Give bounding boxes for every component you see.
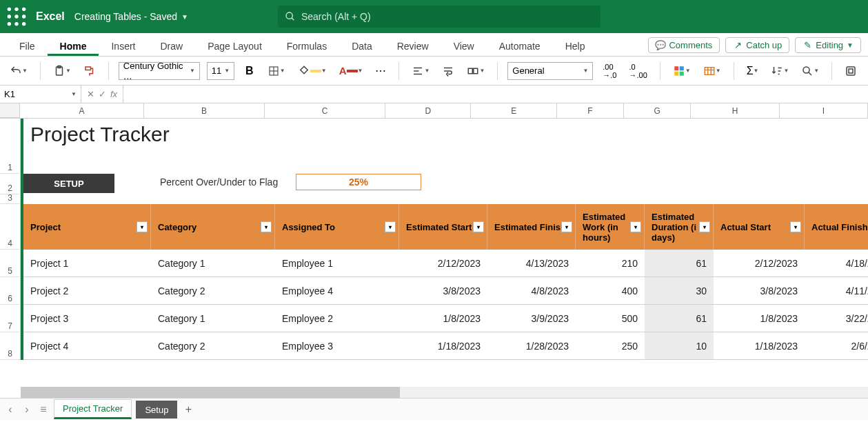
tab-draw[interactable]: Draw <box>148 36 195 56</box>
conditional-format-button[interactable]: ▼ <box>670 61 694 81</box>
tab-insert[interactable]: Insert <box>99 36 148 56</box>
sheet-tab-setup[interactable]: Setup <box>136 401 177 419</box>
cancel-icon[interactable]: ✕ <box>87 89 94 99</box>
editing-button[interactable]: ✎Editing▼ <box>795 37 861 53</box>
fill-color-button[interactable]: ▼ <box>295 61 330 81</box>
filter-icon[interactable]: ▾ <box>137 221 148 232</box>
col-header-d[interactable]: D <box>385 103 471 118</box>
cell-category[interactable]: Category 2 <box>151 332 275 360</box>
sheet-prev-icon[interactable]: ‹ <box>4 403 17 416</box>
sheet-tab-project-tracker[interactable]: Project Tracker <box>54 399 132 419</box>
col-header-i[interactable]: I <box>780 103 868 118</box>
cell-est-finish[interactable]: 3/9/2023 <box>487 305 576 332</box>
col-header-f[interactable]: F <box>557 103 624 118</box>
cell-est-start[interactable]: 1/8/2023 <box>399 305 487 332</box>
cell-project[interactable]: Project 4 <box>23 332 151 360</box>
cell-dur[interactable]: 10 <box>645 332 714 360</box>
cell-est-start[interactable]: 3/8/2023 <box>399 277 487 305</box>
tab-review[interactable]: Review <box>385 36 441 56</box>
align-button[interactable]: ▼ <box>409 61 432 81</box>
filter-icon[interactable]: ▾ <box>699 221 710 232</box>
name-box[interactable]: K1▼ <box>0 85 81 103</box>
th-act-start[interactable]: Actual Start▾ <box>714 204 805 250</box>
cell-assigned[interactable]: Employee 1 <box>275 250 399 277</box>
tab-file[interactable]: File <box>7 36 48 56</box>
cell-project[interactable]: Project 3 <box>23 305 151 332</box>
cell-project[interactable]: Project 1 <box>23 250 151 277</box>
addins-button[interactable] <box>842 61 860 81</box>
table-row[interactable]: Project 1 Category 1 Employee 1 2/12/202… <box>23 250 868 277</box>
row-header-8[interactable]: 8 <box>0 332 21 360</box>
bold-button[interactable]: B <box>241 61 258 81</box>
cell-est-finish[interactable]: 1/28/2023 <box>487 332 576 360</box>
table-row[interactable]: Project 4 Category 2 Employee 3 1/18/202… <box>23 332 868 360</box>
font-size-combo[interactable]: 11▼ <box>207 62 234 80</box>
cell-category[interactable]: Category 1 <box>151 305 275 332</box>
cell-act-finish[interactable]: 3/22/2023 <box>805 305 868 332</box>
cell-work[interactable]: 250 <box>576 332 645 360</box>
increase-decimal-button[interactable]: .00→.0 <box>600 61 619 81</box>
document-name[interactable]: Creating Tables - Saved ▼ <box>74 11 188 22</box>
undo-button[interactable]: ▼ <box>7 61 30 81</box>
sheet-list-icon[interactable]: ≡ <box>37 403 50 416</box>
tab-home[interactable]: Home <box>48 36 99 56</box>
cell-dur[interactable]: 61 <box>645 305 714 332</box>
th-act-finish[interactable]: Actual Finish▾ <box>805 204 868 250</box>
select-all-corner[interactable] <box>0 103 20 118</box>
cell-assigned[interactable]: Employee 3 <box>275 332 399 360</box>
row-header-2[interactable]: 2 <box>0 174 21 194</box>
app-name[interactable]: Excel <box>36 10 65 23</box>
fx-icon[interactable]: fx <box>110 89 117 99</box>
tab-formulas[interactable]: Formulas <box>274 36 339 56</box>
th-project[interactable]: Project▾ <box>23 204 151 250</box>
row-header-3[interactable]: 3 <box>0 194 21 204</box>
decrease-decimal-button[interactable]: .0→.00 <box>626 61 649 81</box>
format-table-button[interactable]: ▼ <box>700 61 724 81</box>
row-header-4[interactable]: 4 <box>0 204 21 250</box>
tab-help[interactable]: Help <box>553 36 598 56</box>
wrap-text-button[interactable] <box>439 61 457 81</box>
more-font-button[interactable]: ⋯ <box>372 61 389 81</box>
cell-est-finish[interactable]: 4/13/2023 <box>487 250 576 277</box>
th-est-dur[interactable]: Estimated Duration (i days)▾ <box>645 204 714 250</box>
tab-data[interactable]: Data <box>339 36 385 56</box>
tab-view[interactable]: View <box>441 36 487 56</box>
cell-act-finish[interactable]: 2/6/2023 <box>805 332 868 360</box>
format-painter-button[interactable] <box>81 61 99 81</box>
cell-act-start[interactable]: 1/18/2023 <box>714 332 805 360</box>
merge-button[interactable]: ▼ <box>464 61 487 81</box>
tab-page-layout[interactable]: Page Layout <box>195 36 274 56</box>
col-header-c[interactable]: C <box>265 103 385 118</box>
paste-button[interactable]: ▼ <box>50 61 74 81</box>
filter-icon[interactable]: ▾ <box>561 221 572 232</box>
cell-dur[interactable]: 61 <box>645 250 714 277</box>
cell-work[interactable]: 500 <box>576 305 645 332</box>
font-family-combo[interactable]: Century Gothic …▼ <box>119 62 200 80</box>
search-input[interactable]: Search (Alt + Q) <box>278 6 600 28</box>
cell-work[interactable]: 210 <box>576 250 645 277</box>
row-header-1[interactable]: 1 <box>0 119 21 174</box>
table-row[interactable]: Project 2 Category 2 Employee 4 3/8/2023… <box>23 277 868 305</box>
table-row[interactable]: Project 3 Category 1 Employee 2 1/8/2023… <box>23 305 868 332</box>
font-color-button[interactable]: A▼ <box>336 61 366 81</box>
cell-est-start[interactable]: 1/18/2023 <box>399 332 487 360</box>
cell-work[interactable]: 400 <box>576 277 645 305</box>
find-button[interactable]: ▼ <box>798 61 822 81</box>
filter-icon[interactable]: ▾ <box>473 221 484 232</box>
cell-dur[interactable]: 30 <box>645 277 714 305</box>
cell-act-finish[interactable]: 4/18/2023 <box>805 250 868 277</box>
borders-button[interactable]: ▼ <box>265 61 288 81</box>
cell-act-start[interactable]: 3/8/2023 <box>714 277 805 305</box>
scrollbar-thumb[interactable] <box>21 387 400 398</box>
formula-input[interactable] <box>123 85 868 103</box>
cell-assigned[interactable]: Employee 4 <box>275 277 399 305</box>
col-header-a[interactable]: A <box>20 103 144 118</box>
th-est-start[interactable]: Estimated Start▾ <box>399 204 487 250</box>
col-header-g[interactable]: G <box>624 103 691 118</box>
sheet-next-icon[interactable]: › <box>21 403 33 416</box>
comments-button[interactable]: 💬Comments <box>648 37 720 53</box>
cell-act-start[interactable]: 1/8/2023 <box>714 305 805 332</box>
row-header-5[interactable]: 5 <box>0 250 21 277</box>
cell-assigned[interactable]: Employee 2 <box>275 305 399 332</box>
setup-badge[interactable]: SETUP <box>23 174 114 193</box>
